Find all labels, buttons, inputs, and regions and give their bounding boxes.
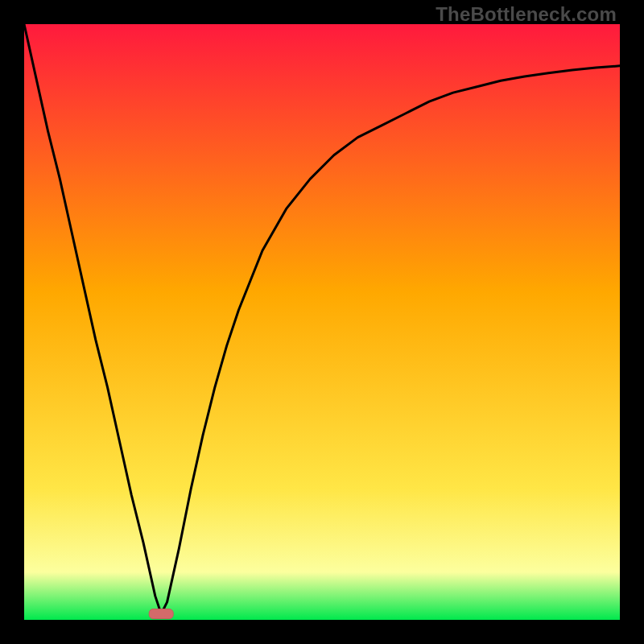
optimal-marker (149, 609, 173, 619)
chart-svg (24, 24, 620, 620)
gradient-background (24, 24, 620, 620)
watermark-text: TheBottleneck.com (436, 3, 617, 26)
chart-frame: TheBottleneck.com (0, 0, 644, 644)
plot-area (24, 24, 620, 620)
